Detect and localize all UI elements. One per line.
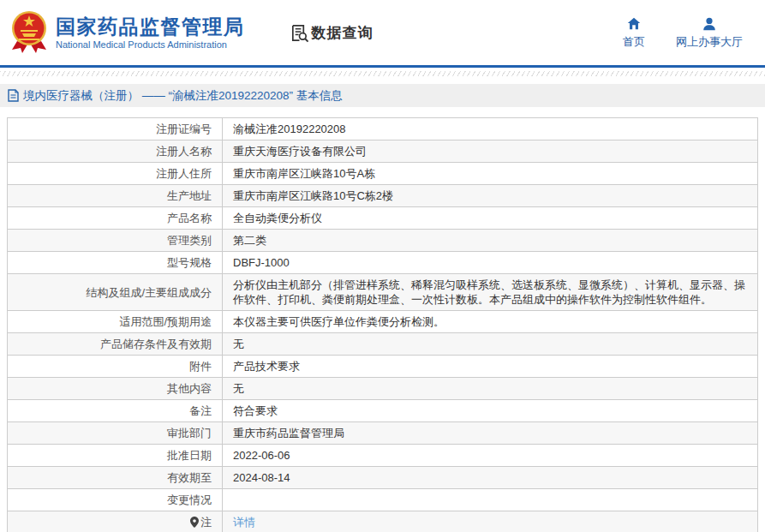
- row-value: 第二类: [233, 234, 266, 247]
- row-value: 重庆市南岸区江峡路10号A栋: [233, 167, 375, 180]
- org-title-block: 国家药品监督管理局 National Medical Products Admi…: [56, 15, 245, 50]
- row-label: 备注: [189, 404, 212, 417]
- table-row: 审批部门 重庆市药品监督管理局: [8, 422, 758, 445]
- data-query-tab[interactable]: 数据查询: [290, 23, 374, 43]
- table-row: 有效期至 2024-08-14: [8, 467, 758, 489]
- row-value: 无: [233, 382, 244, 395]
- table-row: 注册证编号 渝械注准20192220208: [8, 118, 758, 140]
- nav-item-label: 首页: [623, 34, 645, 50]
- table-row: 生产地址 重庆市南岸区江峡路10号C栋2楼: [8, 185, 758, 207]
- table-row: 型号规格 DBFJ-1000: [8, 252, 758, 274]
- row-value: 重庆市药品监督管理局: [233, 427, 344, 439]
- row-label: 生产地址: [167, 189, 212, 202]
- table-row: 变更情况: [8, 489, 758, 511]
- table-row: 产品名称 全自动粪便分析仪: [8, 207, 758, 230]
- row-label: 变更情况: [167, 493, 212, 506]
- row-label: 适用范围/预期用途: [119, 315, 212, 328]
- page-header: 国家药品监督管理局 National Medical Products Admi…: [0, 0, 765, 65]
- table-row: 结构及组成/主要组成成分 分析仪由主机部分（排管进样系统、稀释混匀吸样系统、选送…: [8, 274, 758, 311]
- details-link[interactable]: 详情: [233, 516, 255, 529]
- table-row: 注 详情: [8, 511, 758, 532]
- row-label: 批准日期: [167, 449, 212, 462]
- row-label: 注册证编号: [156, 123, 212, 135]
- row-label: 其他内容: [167, 382, 212, 395]
- row-label: 审批部门: [167, 427, 212, 439]
- nmpa-logo[interactable]: 国家药品监督管理局 National Medical Products Admi…: [10, 10, 245, 55]
- table-row: 批准日期 2022-06-06: [8, 445, 758, 467]
- table-row: 附件 产品技术要求: [8, 356, 758, 378]
- row-label: 注册人名称: [156, 145, 212, 158]
- row-label: 产品储存条件及有效期: [100, 338, 212, 350]
- row-value: 分析仪由主机部分（排管进样系统、稀释混匀吸样系统、选送板系统、显微系统）、计算机…: [233, 278, 745, 306]
- data-query-label: 数据查询: [312, 23, 374, 43]
- data-query-icon: [290, 23, 309, 43]
- nav-item-home[interactable]: 首页: [623, 16, 645, 50]
- table-row: 注册人住所 重庆市南岸区江峡路10号A栋: [8, 163, 758, 185]
- national-emblem-icon: [10, 10, 48, 55]
- row-label: 附件: [189, 360, 212, 373]
- breadcrumb: 境内医疗器械（注册） —— “渝械注准20192220208” 基本信息: [0, 84, 765, 107]
- org-subtitle: National Medical Products Administration: [56, 39, 245, 50]
- row-value: 全自动粪便分析仪: [233, 212, 322, 224]
- row-value: 产品技术要求: [233, 360, 300, 373]
- registration-info-table: 注册证编号 渝械注准20192220208 注册人名称 重庆天海医疗设备有限公司…: [7, 117, 758, 532]
- breadcrumb-text: 境内医疗器械（注册） —— “渝械注准20192220208” 基本信息: [23, 88, 343, 104]
- row-value: 重庆天海医疗设备有限公司: [233, 145, 367, 158]
- header-nav: 首页 网上办事大厅: [623, 16, 765, 50]
- table-row: 其他内容 无: [8, 378, 758, 400]
- table-row: 管理类别 第二类: [8, 230, 758, 252]
- row-value: 符合要求: [233, 404, 278, 417]
- table-row: 备注 符合要求: [8, 400, 758, 422]
- home-icon: [626, 16, 642, 32]
- row-label: 型号规格: [167, 256, 212, 269]
- row-label: 管理类别: [167, 234, 212, 247]
- hatch-strip: [0, 71, 765, 76]
- nav-item-label: 网上办事大厅: [676, 34, 743, 50]
- row-value: 无: [233, 338, 244, 350]
- org-title: 国家药品监督管理局: [56, 15, 245, 38]
- row-label: 产品名称: [167, 212, 212, 224]
- table-row: 适用范围/预期用途 本仪器主要可供医疗单位作粪便分析检测。: [8, 311, 758, 333]
- table-row: 注册人名称 重庆天海医疗设备有限公司: [8, 140, 758, 163]
- row-value: DBFJ-1000: [233, 256, 290, 269]
- nav-item-service-hall[interactable]: 网上办事大厅: [676, 16, 743, 50]
- row-label: 注册人住所: [156, 167, 212, 180]
- info-table-body: 注册证编号 渝械注准20192220208 注册人名称 重庆天海医疗设备有限公司…: [8, 118, 758, 532]
- row-value: 渝械注准20192220208: [233, 123, 346, 135]
- row-label: 有效期至: [167, 471, 212, 484]
- registration-info-table-wrap: 注册证编号 渝械注准20192220208 注册人名称 重庆天海医疗设备有限公司…: [7, 117, 758, 532]
- row-value: 重庆市南岸区江峡路10号C栋2楼: [233, 189, 393, 202]
- row-label: 注: [200, 516, 212, 529]
- row-label: 结构及组成/主要组成成分: [86, 286, 212, 299]
- person-icon: [702, 16, 717, 32]
- row-value: 2024-08-14: [233, 471, 290, 484]
- row-value: 本仪器主要可供医疗单位作粪便分析检测。: [233, 315, 445, 328]
- row-value: 2022-06-06: [233, 449, 290, 462]
- header-divider-line: [0, 65, 765, 68]
- document-icon: [8, 89, 19, 102]
- pin-icon: [190, 517, 199, 528]
- table-row: 产品储存条件及有效期 无: [8, 333, 758, 356]
